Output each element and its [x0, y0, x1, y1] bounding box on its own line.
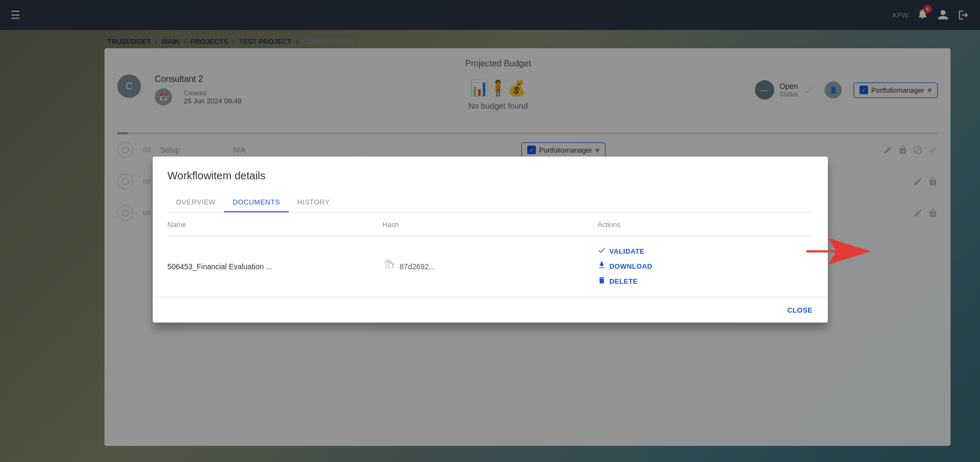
modal-header: Workflowitem details OVERVIEW DOCUMENTS … [153, 156, 828, 213]
download-button[interactable]: DOWNLOAD [597, 261, 812, 271]
hash-cell: 87d2692... [383, 259, 597, 274]
table-row: 506453_Financial Evaluation ... 87d2692.… [168, 236, 813, 297]
validate-icon [597, 246, 606, 256]
validate-label: VALIDATE [609, 247, 644, 255]
workflowitem-details-modal: Workflowitem details OVERVIEW DOCUMENTS … [153, 156, 828, 322]
modal-footer: CLOSE [153, 297, 828, 322]
close-button[interactable]: CLOSE [787, 306, 812, 314]
delete-button[interactable]: DELETE [597, 276, 812, 286]
tab-history[interactable]: HISTORY [289, 192, 339, 212]
col-header-name: Name [168, 220, 383, 228]
delete-label: DELETE [609, 277, 638, 285]
modal-table-header: Name Hash Actions [168, 213, 813, 236]
tab-documents[interactable]: DOCUMENTS [224, 192, 288, 212]
modal-tabs: OVERVIEW DOCUMENTS HISTORY [168, 192, 813, 213]
download-icon [597, 261, 606, 271]
hash-value: 87d2692... [400, 262, 435, 270]
validate-button[interactable]: VALIDATE [597, 246, 812, 256]
red-arrow-indicator [806, 236, 871, 270]
fingerprint-icon [383, 259, 394, 274]
svg-marker-4 [806, 238, 871, 265]
col-header-actions: Actions [597, 220, 812, 228]
download-label: DOWNLOAD [609, 262, 652, 270]
actions-cell: VALIDATE DOWNLOAD DELETE [597, 246, 812, 286]
tab-overview[interactable]: OVERVIEW [168, 192, 225, 212]
col-header-hash: Hash [383, 220, 597, 228]
modal-table: Name Hash Actions 506453_Financial Evalu… [153, 213, 828, 297]
file-name: 506453_Financial Evaluation ... [168, 262, 383, 270]
modal-title: Workflowitem details [168, 169, 813, 181]
delete-icon [597, 276, 606, 286]
